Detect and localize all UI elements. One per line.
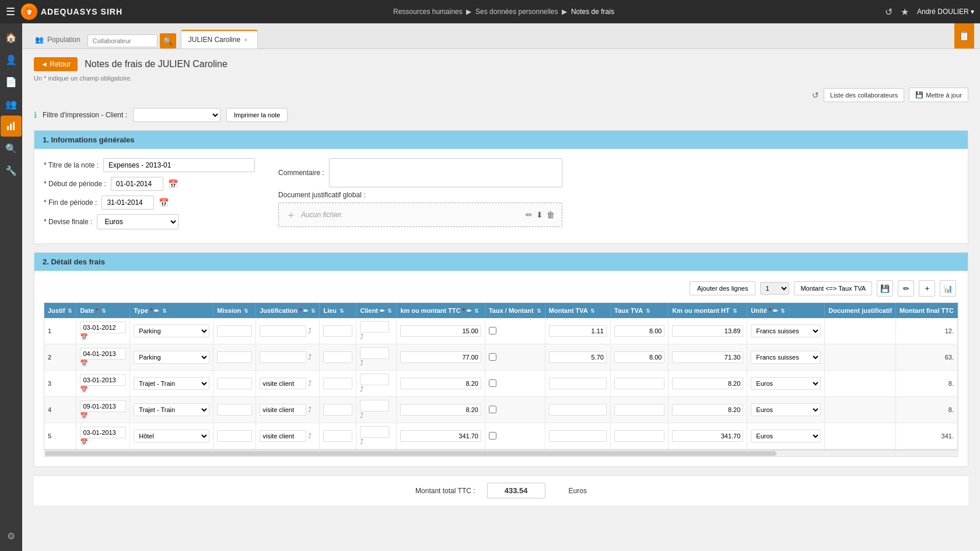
taux-tva-input[interactable] — [614, 404, 664, 416]
cell-client[interactable]: ⤴ — [356, 371, 397, 397]
montant-tva-input[interactable] — [549, 378, 607, 389]
cell-type[interactable]: Parking — [130, 344, 214, 371]
unite-select[interactable]: Francs suisses — [751, 351, 821, 364]
cell-lieu[interactable] — [320, 423, 356, 449]
cell-km-ttc[interactable] — [397, 344, 485, 371]
client-link-icon[interactable]: ⤴ — [360, 333, 363, 341]
cell-unite[interactable]: Francs suisses — [747, 344, 825, 371]
client-link-icon[interactable]: ⤴ — [360, 411, 363, 420]
sidebar-item-search[interactable]: 🔍 — [1, 138, 22, 159]
lieu-input[interactable] — [323, 351, 352, 363]
cell-mission[interactable] — [214, 344, 256, 371]
cell-lieu[interactable] — [320, 397, 356, 423]
sidebar-item-person[interactable]: 👤 — [1, 49, 22, 70]
star-icon[interactable]: ★ — [901, 6, 909, 18]
cell-taux-tva[interactable] — [610, 397, 668, 423]
history-icon[interactable]: ↺ — [885, 6, 892, 18]
km-ttc-input[interactable] — [400, 351, 481, 363]
devise-select[interactable]: Euros — [97, 214, 178, 229]
row-calendar-icon[interactable]: 📅 — [80, 412, 88, 419]
cell-montant-tva[interactable] — [545, 344, 610, 371]
justification-link-icon[interactable]: ⤴ — [308, 432, 312, 440]
row-calendar-icon[interactable]: 📅 — [80, 386, 88, 393]
fin-input[interactable] — [102, 196, 154, 210]
horizontal-scrollbar[interactable] — [44, 450, 958, 457]
cell-taux-tva[interactable] — [610, 344, 668, 371]
taux-montant-checkbox[interactable] — [489, 432, 496, 440]
km-ht-input[interactable] — [672, 430, 743, 442]
tab-close-icon[interactable]: × — [244, 36, 247, 43]
debut-calendar-icon[interactable]: 📅 — [168, 179, 178, 189]
client-input[interactable] — [360, 321, 389, 333]
sidebar-item-home[interactable]: 🏠 — [1, 27, 22, 48]
row-calendar-icon[interactable]: 📅 — [80, 438, 88, 445]
taux-montant-checkbox[interactable] — [489, 379, 496, 387]
montant-tva-input[interactable] — [549, 351, 607, 363]
taux-tva-input[interactable] — [614, 430, 664, 442]
cell-km-ttc[interactable] — [397, 423, 485, 449]
date-input[interactable] — [80, 374, 126, 386]
delete-doc-icon[interactable]: 🗑 — [547, 210, 555, 219]
client-link-icon[interactable]: ⤴ — [360, 385, 363, 393]
lieu-input[interactable] — [323, 378, 352, 389]
table-add-icon[interactable]: ＋ — [919, 280, 935, 297]
cell-montant-tva[interactable] — [545, 397, 610, 423]
cell-client[interactable]: ⤴ — [356, 318, 397, 344]
justification-link-icon[interactable]: ⤴ — [308, 406, 312, 414]
hamburger-menu[interactable]: ☰ — [6, 5, 15, 18]
cell-justification[interactable]: ⤴ — [256, 397, 320, 423]
cell-date[interactable]: 📅 — [76, 423, 130, 449]
client-input[interactable] — [360, 426, 389, 438]
cell-montant-tva[interactable] — [545, 423, 610, 449]
row-calendar-icon[interactable]: 📅 — [80, 333, 88, 340]
cell-lieu[interactable] — [320, 344, 356, 371]
type-select[interactable]: Trajet - Train — [134, 377, 209, 390]
user-menu[interactable]: André DOULIER ▾ — [917, 8, 974, 16]
cell-date[interactable]: 📅 — [76, 344, 130, 371]
cell-taux-tva[interactable] — [610, 318, 668, 344]
km-ttc-input[interactable] — [400, 378, 481, 389]
cell-km-ht[interactable] — [668, 397, 747, 423]
km-ht-input[interactable] — [672, 351, 743, 363]
unite-select[interactable]: Francs suisses — [751, 325, 821, 337]
taux-tva-input[interactable] — [614, 351, 664, 363]
justification-input[interactable] — [260, 430, 306, 442]
cell-date[interactable]: 📅 — [76, 371, 130, 397]
client-filter-select[interactable] — [133, 108, 220, 122]
mission-input[interactable] — [217, 430, 252, 442]
edit-doc-icon[interactable]: ✏ — [526, 210, 533, 219]
justification-link-icon[interactable]: ⤴ — [308, 353, 312, 361]
mission-input[interactable] — [217, 351, 252, 363]
type-select[interactable]: Hôtel — [134, 430, 209, 442]
fin-calendar-icon[interactable]: 📅 — [159, 198, 169, 207]
lines-count-select[interactable]: 1 2 5 — [760, 282, 789, 295]
date-input[interactable] — [80, 348, 126, 360]
mission-input[interactable] — [217, 325, 252, 337]
unite-select[interactable]: Euros — [751, 377, 821, 390]
justification-link-icon[interactable]: ⤴ — [308, 379, 312, 388]
mission-input[interactable] — [217, 378, 252, 389]
commentaire-textarea[interactable] — [329, 158, 562, 187]
cell-unite[interactable]: Euros — [747, 423, 825, 449]
km-ht-input[interactable] — [672, 378, 743, 389]
cell-type[interactable]: Hôtel — [130, 423, 214, 449]
date-input[interactable] — [80, 322, 126, 333]
refresh-icon[interactable]: ↺ — [812, 90, 819, 100]
cell-type[interactable]: Parking — [130, 318, 214, 344]
cell-km-ht[interactable] — [668, 344, 747, 371]
taux-montant-checkbox[interactable] — [489, 353, 496, 361]
list-collaborateurs-button[interactable]: Liste des collaborateurs — [824, 88, 904, 102]
table-export-icon[interactable]: 📊 — [940, 280, 956, 297]
justification-input[interactable] — [260, 404, 306, 416]
client-input[interactable] — [360, 400, 389, 411]
justification-input[interactable] — [260, 351, 306, 363]
justification-input[interactable] — [260, 378, 306, 389]
cell-type[interactable]: Trajet - Train — [130, 371, 214, 397]
cell-justification[interactable]: ⤴ — [256, 423, 320, 449]
cell-km-ht[interactable] — [668, 318, 747, 344]
cell-client[interactable]: ⤴ — [356, 397, 397, 423]
cell-mission[interactable] — [214, 397, 256, 423]
cell-date[interactable]: 📅 — [76, 318, 130, 344]
unite-select[interactable]: Euros — [751, 403, 821, 416]
cell-taux-tva[interactable] — [610, 423, 668, 449]
